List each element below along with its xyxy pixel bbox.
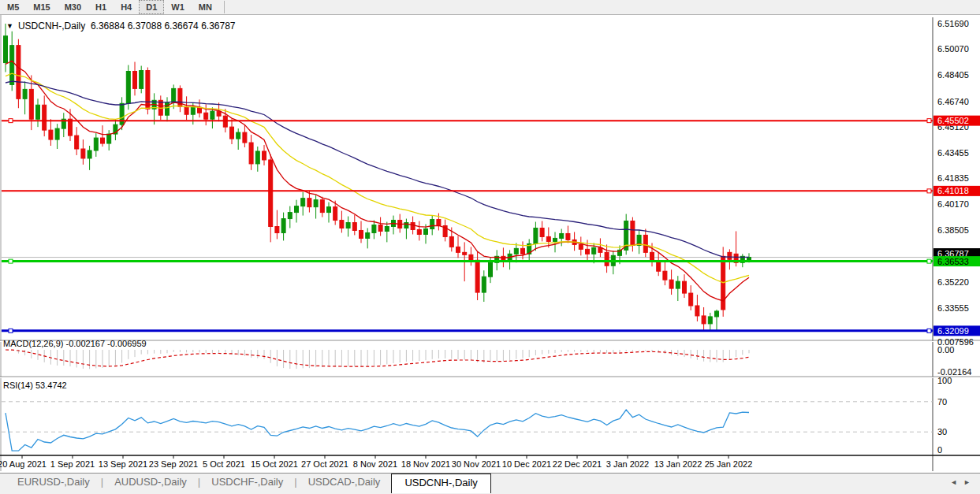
date-label: 18 Nov 2021 <box>401 459 450 469</box>
candle <box>411 223 415 230</box>
candle <box>23 89 27 98</box>
candle <box>198 107 202 113</box>
candle <box>29 89 33 119</box>
ohlc-low: 6.36674 <box>164 20 198 32</box>
level-handle[interactable] <box>927 329 931 332</box>
candle <box>217 111 221 116</box>
candle <box>223 116 227 127</box>
candle <box>657 262 661 271</box>
timeframe-button-m30[interactable]: M30 <box>58 0 88 14</box>
candle <box>49 130 53 139</box>
level-handle[interactable] <box>927 119 931 123</box>
rsi-axis-label: 100 <box>937 376 952 385</box>
symbol-dropdown-icon: ▼ <box>6 22 13 30</box>
candle <box>81 149 85 158</box>
rsi-line <box>6 410 749 451</box>
candle <box>747 258 751 261</box>
date-label: 22 Dec 2021 <box>553 459 602 469</box>
candle <box>10 46 14 85</box>
candle <box>4 36 8 63</box>
tab-scroll-left-button[interactable]: ◄ <box>950 478 963 486</box>
candle <box>378 225 382 232</box>
candle <box>107 134 111 143</box>
toolbar-separator <box>224 1 225 13</box>
candle <box>566 233 570 240</box>
level-badge: 6.41018 <box>937 186 969 195</box>
date-label: 8 Nov 2021 <box>353 459 397 469</box>
chart-tab-audusd[interactable]: AUDUSD-,Daily <box>103 474 198 491</box>
price-tick-label: 6.50070 <box>937 44 969 54</box>
candle <box>521 248 525 254</box>
candle <box>728 252 732 259</box>
candle <box>352 223 356 231</box>
timeframe-button-d1[interactable]: D1 <box>139 0 164 14</box>
candle <box>683 281 687 293</box>
candle <box>702 316 706 324</box>
tab-scroll-right-button[interactable]: ► <box>963 478 977 486</box>
price-chart[interactable]: 6.516906.500706.484056.467406.451206.434… <box>0 15 980 473</box>
candle <box>94 138 98 150</box>
candle <box>69 119 73 136</box>
macd-signal-line <box>6 350 749 366</box>
candle <box>546 236 550 241</box>
level-badge: 6.45502 <box>937 116 969 125</box>
timeframe-button-m5[interactable]: M5 <box>0 0 26 14</box>
candle <box>586 249 590 254</box>
timeframe-button-h4[interactable]: H4 <box>114 0 139 14</box>
candle <box>695 306 699 316</box>
fast-ma-line <box>6 61 749 301</box>
level-handle[interactable] <box>927 189 931 193</box>
level-badge: 6.36533 <box>937 257 969 266</box>
candle <box>663 271 667 280</box>
candle <box>211 111 214 119</box>
level-handle[interactable] <box>9 119 13 123</box>
candle <box>340 221 344 228</box>
rsi-indicator-label: RSI(14) 53.4742 <box>3 381 67 390</box>
candle <box>534 228 538 243</box>
candle <box>592 247 596 254</box>
timeframe-button-m15[interactable]: M15 <box>26 0 57 14</box>
candle <box>133 71 137 88</box>
candle <box>327 207 331 213</box>
date-label: 3 Jan 2022 <box>606 459 649 469</box>
level-handle[interactable] <box>9 329 13 332</box>
candle <box>643 235 647 252</box>
timeframe-button-h1[interactable]: H1 <box>88 0 114 14</box>
candle <box>17 46 20 99</box>
date-label: 10 Dec 2021 <box>502 459 551 469</box>
timeframe-button-w1[interactable]: W1 <box>164 0 192 14</box>
rsi-axis-label: 70 <box>937 397 947 407</box>
candle <box>456 247 460 252</box>
chart-tab-usdcad[interactable]: USDCAD-,Daily <box>297 474 392 491</box>
candle <box>191 107 195 114</box>
candle <box>669 280 673 288</box>
level-handle[interactable] <box>9 259 13 263</box>
price-tick-label: 6.46740 <box>937 97 969 106</box>
chart-symbol: USDCNH-,Daily <box>18 20 85 32</box>
chart-tab-eurusd[interactable]: EURUSD-,Daily <box>6 474 101 491</box>
candle <box>463 252 467 254</box>
tab-scroll-arrows[interactable]: ◄► <box>950 478 977 486</box>
date-label: 30 Nov 2021 <box>452 459 501 469</box>
date-label: 13 Jan 2022 <box>654 459 702 469</box>
level-handle[interactable] <box>927 259 931 263</box>
candle <box>489 262 493 277</box>
candle <box>146 71 150 110</box>
chart-tab-usdcnh[interactable]: USDCNH-,Daily <box>391 474 490 493</box>
macd-indicator-label: MACD(12,26,9) -0.002167 -0.006959 <box>3 339 147 348</box>
price-tick-label: 6.38505 <box>937 225 969 235</box>
candle <box>295 206 299 213</box>
candle <box>184 106 188 114</box>
timeframe-button-mn[interactable]: MN <box>192 0 219 14</box>
candle <box>172 88 176 102</box>
candle <box>243 132 247 143</box>
price-tick-label: 6.48405 <box>937 70 969 80</box>
candle <box>36 105 40 119</box>
date-label: 5 Oct 2021 <box>203 459 245 469</box>
chart-tab-usdchf[interactable]: USDCHF-,Daily <box>200 474 294 491</box>
candle <box>55 128 59 139</box>
timeframe-toolbar: M5M15M30H1H4D1W1MN <box>0 0 980 15</box>
candle <box>204 113 208 119</box>
candle <box>288 213 292 219</box>
candle <box>126 71 130 103</box>
